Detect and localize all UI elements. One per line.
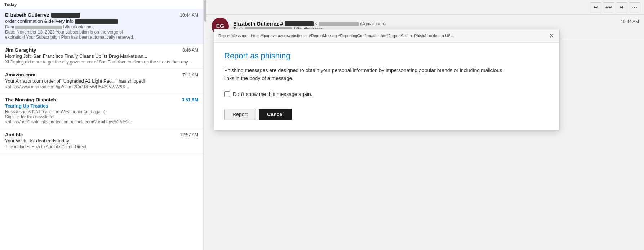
section-label: Today <box>0 0 203 9</box>
email-item-elizabeth[interactable]: Elizabeth Gutierrez 10:44 AM order confi… <box>0 9 203 44</box>
email-preview-jim: Xi Jinping did more to get the city gove… <box>5 60 192 65</box>
email-preview-elizabeth: Dear 1@outlook.com, <box>5 25 192 30</box>
dialog-titlebar: Report Message - https://ipagave.azurewe… <box>214 29 559 43</box>
dialog-description: Phishing messages are designed to obtain… <box>224 66 512 83</box>
dont-show-label[interactable]: Don't show me this message again. <box>233 91 312 97</box>
dialog-url: Report Message - https://ipagave.azurewe… <box>218 34 547 38</box>
scrollbar-thumb[interactable] <box>204 0 206 22</box>
dialog-body: Report as phishing Phishing messages are… <box>214 43 559 130</box>
email-sender-jim: Jim Geraghty <box>5 47 36 53</box>
dialog-overlay: Report Message - https://ipagave.azurewe… <box>206 0 644 250</box>
email-preview-morning-2: Sign up for this newsletter <box>5 114 192 119</box>
dialog-title: Report as phishing <box>224 51 549 61</box>
email-preview-amazon: <https://www.amazon.com/gp/r.html?C=1N85… <box>5 84 192 89</box>
email-subject-amazon: Your Amazon.com order of "Upgraded A2 Li… <box>5 78 198 84</box>
email-item-amazon[interactable]: Amazon.com 7:11 AM Your Amazon.com order… <box>0 69 203 93</box>
email-sender-audible: Audible <box>5 132 23 137</box>
email-subject-morning: Tearing Up Treaties <box>5 103 198 109</box>
scrollbar-track[interactable] <box>204 0 206 250</box>
email-sender-morning: The Morning Dispatch <box>5 97 56 102</box>
email-preview-morning: Russia snubs NATO and the West again (an… <box>5 109 192 114</box>
dialog-box: Report Message - https://ipagave.azurewe… <box>214 29 560 131</box>
email-list: Today Elizabeth Gutierrez 10:44 AM order… <box>0 0 204 250</box>
email-item-morning[interactable]: The Morning Dispatch 3:51 AM Tearing Up … <box>0 93 203 128</box>
sender-redacted-1 <box>51 13 80 18</box>
email-time-elizabeth: 10:44 AM <box>180 13 198 18</box>
email-item-audible[interactable]: Audible 12:57 AM Your Wish List deal end… <box>0 128 203 153</box>
report-button[interactable]: Report <box>224 109 256 120</box>
email-preview-elizabeth-2: Date: November 13, 2023 Your subscriptio… <box>5 30 192 35</box>
email-preview-elizabeth-3: expiration! Your Subscription Plan has b… <box>5 35 192 40</box>
preview-redacted-1 <box>15 26 62 29</box>
email-time-amazon: 7:11 AM <box>182 73 198 78</box>
subject-redacted-1 <box>75 19 118 24</box>
email-preview-morning-3: <https://na01.safelinks.protection.outlo… <box>5 119 192 124</box>
email-time-jim: 8:46 AM <box>182 48 198 53</box>
email-preview-audible: Title includes How to Audible Client: Di… <box>5 144 192 149</box>
email-subject-jim: Morning Jolt: San Francisco Finally Clea… <box>5 53 198 59</box>
email-subject-audible: Your Wish List deal ends today! <box>5 138 198 144</box>
email-sender-elizabeth: Elizabeth Gutierrez <box>5 12 80 18</box>
cancel-button[interactable]: Cancel <box>259 109 292 120</box>
email-item-jim[interactable]: Jim Geraghty 8:46 AM Morning Jolt: San F… <box>0 44 203 69</box>
email-viewer: ↩ ↩↩ ↪ ··· EG Elizabeth Gutierrez # < @g… <box>206 0 644 250</box>
email-time-morning: 3:51 AM <box>182 97 198 102</box>
email-subject-elizabeth: order confirmation & delivery info <box>5 18 198 24</box>
email-time-audible: 12:57 AM <box>180 132 198 137</box>
dialog-close-button[interactable]: ✕ <box>547 31 556 40</box>
email-sender-amazon: Amazon.com <box>5 72 35 78</box>
dialog-buttons: Report Cancel <box>224 109 549 120</box>
dont-show-checkbox[interactable] <box>224 91 230 97</box>
checkbox-row: Don't show me this message again. <box>224 91 549 97</box>
